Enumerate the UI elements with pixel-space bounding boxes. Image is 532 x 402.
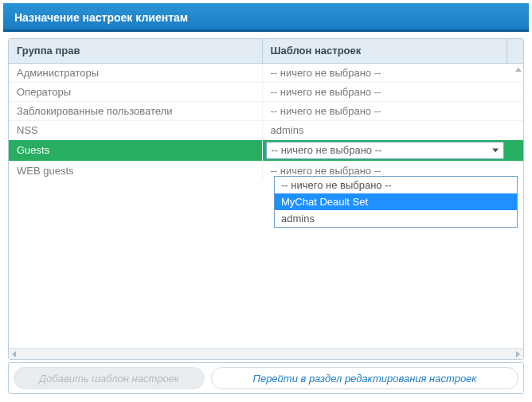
table-row[interactable]: NSS admins (9, 120, 523, 139)
goto-edit-button[interactable]: Перейти в раздел редактирования настроек (211, 367, 518, 389)
horizontal-scrollbar[interactable] (9, 348, 523, 359)
table-row[interactable]: Заблокированные пользователи -- ничего н… (9, 101, 523, 120)
cell-template[interactable]: admins (262, 120, 507, 139)
goto-edit-label: Перейти в раздел редактирования настроек (252, 373, 476, 384)
cell-group: Guests (9, 139, 262, 161)
table-row-selected[interactable]: Guests -- ничего не выбрано -- (9, 139, 523, 161)
column-header-group[interactable]: Группа прав (9, 39, 262, 63)
dropdown-option[interactable]: -- ничего не выбрано -- (275, 177, 517, 193)
add-template-label: Добавить шаблон настроек (39, 373, 179, 384)
cell-template[interactable]: -- ничего не выбрано -- (262, 101, 507, 120)
cell-template[interactable]: -- ничего не выбрано -- (262, 63, 507, 82)
settings-assignment-window: Назначение настроек клиентам Группа прав… (3, 3, 529, 399)
scroll-left-icon[interactable] (12, 351, 16, 357)
column-header-scroll (507, 39, 524, 63)
chevron-down-icon (492, 148, 499, 152)
cell-group: Заблокированные пользователи (9, 101, 262, 120)
cell-template-editing[interactable]: -- ничего не выбрано -- (262, 139, 507, 161)
column-header-template[interactable]: Шаблон настроек (262, 39, 507, 63)
template-select-value: -- ничего не выбрано -- (272, 144, 382, 156)
cell-template[interactable]: -- ничего не выбрано -- (262, 82, 507, 101)
cell-group: Администраторы (9, 63, 262, 82)
template-dropdown[interactable]: -- ничего не выбрано -- MyChat Deault Se… (274, 176, 518, 228)
scroll-right-icon[interactable] (516, 351, 520, 357)
table-row[interactable]: Администраторы -- ничего не выбрано -- (9, 63, 523, 82)
groups-table: Группа прав Шаблон настроек Администрато… (9, 39, 523, 180)
footer-panel: Добавить шаблон настроек Перейти в разде… (8, 362, 524, 394)
window-title: Назначение настроек клиентам (3, 3, 529, 32)
dropdown-option[interactable]: admins (275, 210, 517, 227)
dropdown-option-highlight[interactable]: MyChat Deault Set (275, 193, 517, 210)
cell-group: WEB guests (9, 161, 262, 180)
window-title-text: Назначение настроек клиентам (14, 11, 188, 24)
table-row[interactable]: Операторы -- ничего не выбрано -- (9, 82, 523, 101)
add-template-button: Добавить шаблон настроек (14, 367, 205, 389)
main-panel: Группа прав Шаблон настроек Администрато… (8, 38, 524, 360)
cell-group: NSS (9, 120, 262, 139)
scroll-up-icon[interactable] (515, 68, 522, 72)
cell-group: Операторы (9, 82, 262, 101)
template-select[interactable]: -- ничего не выбрано -- (266, 142, 504, 159)
